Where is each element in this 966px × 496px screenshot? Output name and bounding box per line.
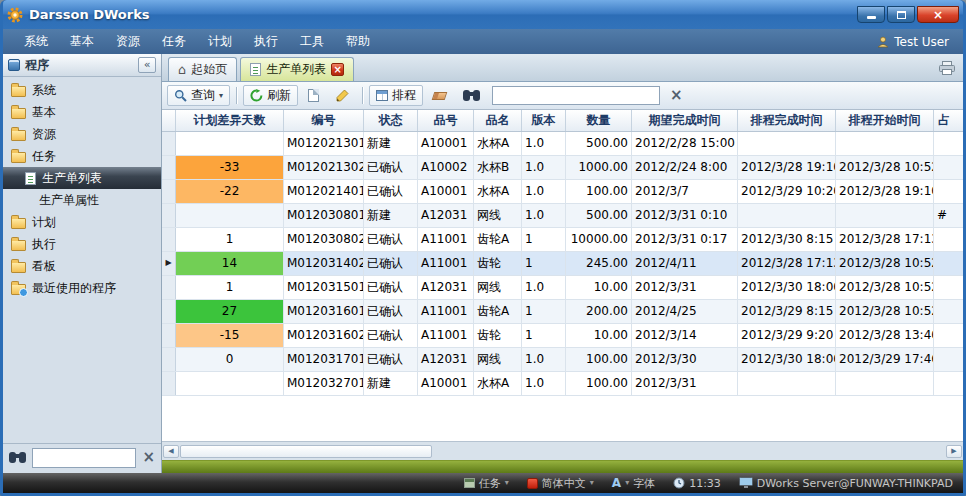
refresh-button[interactable]: 刷新 bbox=[243, 85, 298, 106]
cell-pn: A10001 bbox=[418, 372, 474, 395]
menu-bar: 系统基本资源任务计划执行工具帮助 Test User bbox=[3, 29, 963, 54]
column-header-5[interactable]: 版本 bbox=[522, 110, 566, 131]
toolbar-search-clear-button[interactable]: × bbox=[663, 85, 690, 106]
scroll-left-button[interactable]: ◀ bbox=[163, 445, 179, 458]
cell-name: 网线 bbox=[474, 348, 522, 371]
cell-status: 已确认 bbox=[364, 276, 418, 299]
table-row[interactable]: -33M012021302已确认A10002水杯B1.01000.002012/… bbox=[162, 156, 963, 180]
sidebar-item-6[interactable]: 计划 bbox=[3, 211, 161, 233]
column-header-0[interactable]: 计划差异天数 bbox=[176, 110, 284, 131]
tab-bar: ⌂ 起始页 生产单列表 × bbox=[162, 54, 963, 82]
sidebar-item-1[interactable]: 基本 bbox=[3, 101, 161, 123]
status-task[interactable]: 任务 ▾ bbox=[464, 476, 509, 491]
cell-no: M012032701 bbox=[284, 372, 364, 395]
production-order-grid: 计划差异天数编号状态品号品名版本数量期望完成时间排程完成时间排程开始时间占 M0… bbox=[162, 110, 963, 460]
find-button[interactable] bbox=[456, 85, 487, 106]
menu-item-3[interactable]: 资源 bbox=[105, 29, 151, 54]
column-header-2[interactable]: 状态 bbox=[364, 110, 418, 131]
status-language[interactable]: 简体中文 ▾ bbox=[527, 476, 594, 491]
table-row[interactable]: -22M012021401已确认A10001水杯A1.0100.002012/3… bbox=[162, 180, 963, 204]
table-row[interactable]: M012032701新建A10001水杯A1.0100.002012/3/31 bbox=[162, 372, 963, 396]
scrollbar-track[interactable] bbox=[180, 445, 945, 458]
toolbar-separator bbox=[236, 87, 237, 104]
sidebar-item-9[interactable]: 最近使用的程序 bbox=[3, 277, 161, 299]
table-row[interactable]: 1M012031501已确认A12031网线1.010.002012/3/312… bbox=[162, 276, 963, 300]
menu-item-8[interactable]: 帮助 bbox=[335, 29, 381, 54]
schedule-button[interactable]: 排程 bbox=[369, 85, 423, 106]
cell-diff: 1 bbox=[176, 276, 284, 299]
column-header-8[interactable]: 排程完成时间 bbox=[738, 110, 836, 131]
table-row[interactable]: 1M012030802已确认A11001齿轮A110000.002012/3/3… bbox=[162, 228, 963, 252]
menu-item-5[interactable]: 计划 bbox=[197, 29, 243, 54]
table-row[interactable]: M012030801新建A12031网线1.0500.002012/3/31 0… bbox=[162, 204, 963, 228]
sidebar-item-0[interactable]: 系统 bbox=[3, 79, 161, 101]
query-button[interactable]: 查询 ▾ bbox=[167, 85, 230, 106]
cell-ver: 1.0 bbox=[522, 156, 566, 179]
tab-close-icon[interactable]: × bbox=[331, 63, 344, 76]
column-header-4[interactable]: 品名 bbox=[474, 110, 522, 131]
sidebar-item-label: 任务 bbox=[32, 148, 56, 165]
cell-ver: 1.0 bbox=[522, 372, 566, 395]
sidebar-item-2[interactable]: 资源 bbox=[3, 123, 161, 145]
scrollbar-thumb[interactable] bbox=[180, 445, 432, 458]
tab-home[interactable]: ⌂ 起始页 bbox=[168, 57, 237, 81]
row-marker bbox=[162, 300, 176, 323]
cell-ver: 1.0 bbox=[522, 204, 566, 227]
cell-name: 齿轮 bbox=[474, 324, 522, 347]
printer-icon[interactable] bbox=[939, 61, 955, 75]
schedule-label: 排程 bbox=[392, 87, 416, 104]
menu-item-4[interactable]: 任务 bbox=[151, 29, 197, 54]
column-header-7[interactable]: 期望完成时间 bbox=[632, 110, 738, 131]
user-indicator[interactable]: Test User bbox=[877, 35, 953, 49]
sidebar-item-3[interactable]: 任务 bbox=[3, 145, 161, 167]
scroll-right-button[interactable]: ▶ bbox=[946, 445, 962, 458]
menu-item-6[interactable]: 执行 bbox=[243, 29, 289, 54]
cell-pn: A10001 bbox=[418, 132, 474, 155]
row-marker: ▶ bbox=[162, 252, 176, 275]
maximize-button[interactable] bbox=[887, 6, 915, 23]
new-button[interactable] bbox=[301, 85, 326, 106]
menu-item-2[interactable]: 基本 bbox=[59, 29, 105, 54]
sidebar-header: 程序 « bbox=[3, 54, 161, 77]
horizontal-scrollbar[interactable]: ◀ ▶ bbox=[162, 441, 963, 460]
eraser-button[interactable] bbox=[426, 85, 453, 106]
menu-item-1[interactable]: 系统 bbox=[13, 29, 59, 54]
table-row[interactable]: 27M012031601已确认A11001齿轮A1200.002012/4/25… bbox=[162, 300, 963, 324]
cell-pn: A10002 bbox=[418, 156, 474, 179]
tab-production-order-list[interactable]: 生产单列表 × bbox=[240, 57, 354, 81]
cell-expect: 2012/4/11 bbox=[632, 252, 738, 275]
table-row[interactable]: M012021301新建A10001水杯A1.0500.002012/2/28 … bbox=[162, 132, 963, 156]
column-header-clipped[interactable]: 占 bbox=[934, 110, 963, 131]
edit-button[interactable] bbox=[329, 85, 356, 106]
cell-pn: A12031 bbox=[418, 348, 474, 371]
sidebar-search-input[interactable] bbox=[32, 448, 136, 468]
query-label: 查询 bbox=[191, 87, 215, 104]
toolbar-search-input[interactable] bbox=[492, 86, 660, 105]
sidebar-search-clear-icon[interactable]: × bbox=[142, 450, 155, 465]
minimize-button[interactable] bbox=[857, 6, 885, 23]
cell-diff: 1 bbox=[176, 228, 284, 251]
document-icon bbox=[25, 172, 36, 185]
tab-home-label: 起始页 bbox=[191, 61, 227, 78]
cell-start: 2012/3/28 13:40 bbox=[836, 324, 934, 347]
table-row[interactable]: ▶14M012031402已确认A11001齿轮1245.002012/4/11… bbox=[162, 252, 963, 276]
column-header-9[interactable]: 排程开始时间 bbox=[836, 110, 934, 131]
cell-status: 已确认 bbox=[364, 324, 418, 347]
status-font[interactable]: A ▾ 字体 bbox=[612, 476, 655, 491]
folder-icon bbox=[11, 218, 26, 229]
column-header-1[interactable]: 编号 bbox=[284, 110, 364, 131]
cell-start: 2012/3/28 19:10 bbox=[836, 180, 934, 203]
sidebar-item-5[interactable]: 生产单属性 bbox=[3, 189, 161, 211]
sidebar-item-7[interactable]: 执行 bbox=[3, 233, 161, 255]
table-row[interactable]: 0M012031701已确认A12031网线1.0100.002012/3/30… bbox=[162, 348, 963, 372]
cell-pn: A11001 bbox=[418, 300, 474, 323]
collapse-sidebar-button[interactable]: « bbox=[138, 57, 156, 73]
column-header-6[interactable]: 数量 bbox=[566, 110, 632, 131]
table-row[interactable]: -15M012031602已确认A11001齿轮110.002012/3/142… bbox=[162, 324, 963, 348]
close-button[interactable]: × bbox=[917, 6, 959, 23]
cell-pn: A10001 bbox=[418, 180, 474, 203]
sidebar-item-8[interactable]: 看板 bbox=[3, 255, 161, 277]
menu-item-7[interactable]: 工具 bbox=[289, 29, 335, 54]
sidebar-item-4[interactable]: 生产单列表 bbox=[3, 167, 161, 189]
column-header-3[interactable]: 品号 bbox=[418, 110, 474, 131]
